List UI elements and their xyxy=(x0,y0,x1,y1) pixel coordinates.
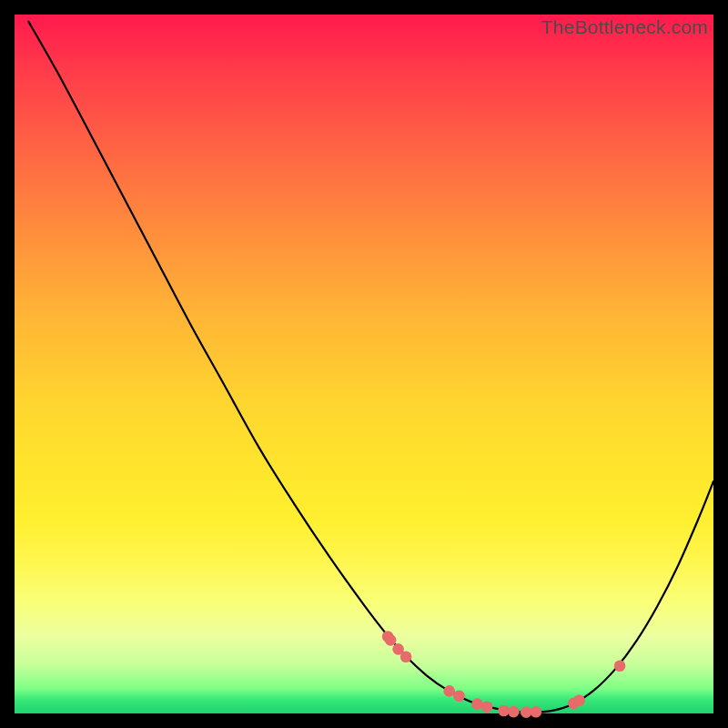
marker-dot xyxy=(453,691,465,703)
curve-layer xyxy=(15,15,713,713)
marker-dot xyxy=(400,651,412,662)
marker-dot xyxy=(481,701,493,713)
marker-dot xyxy=(521,706,532,718)
bottleneck-curve xyxy=(28,22,713,713)
marker-dot xyxy=(385,634,397,646)
marker-dot xyxy=(471,698,483,710)
plot-area: TheBottleneck.com xyxy=(15,15,713,713)
marker-dot xyxy=(508,706,520,718)
marker-dot xyxy=(614,660,626,672)
marker-dots xyxy=(382,631,626,718)
marker-dot xyxy=(498,705,510,717)
marker-dot xyxy=(443,685,455,697)
marker-dot xyxy=(573,694,585,706)
marker-dot xyxy=(531,706,542,718)
chart-frame: TheBottleneck.com xyxy=(15,15,713,713)
